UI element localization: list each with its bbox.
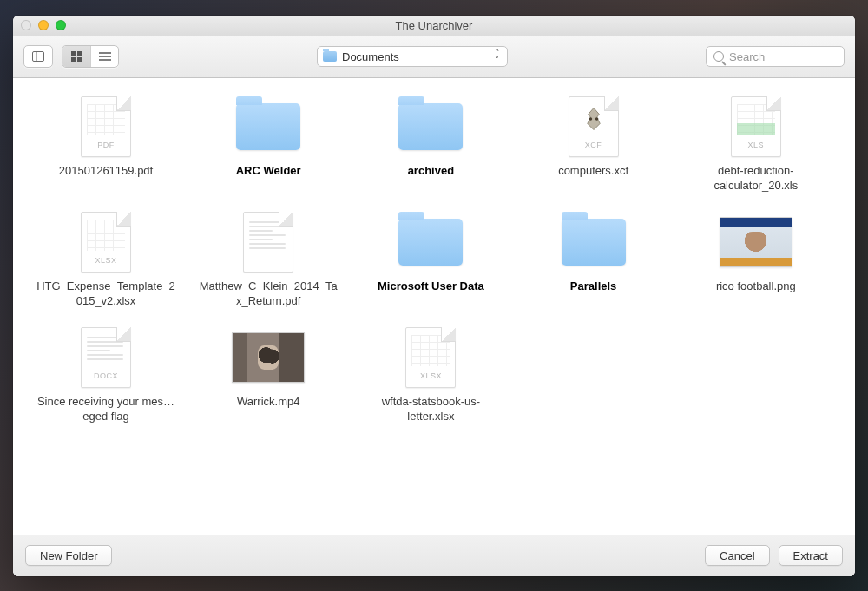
svg-rect-3 bbox=[77, 51, 82, 56]
save-panel: The Unarchiver bbox=[13, 16, 855, 576]
search-field[interactable]: Search bbox=[706, 46, 845, 67]
svg-point-9 bbox=[589, 117, 592, 121]
search-icon bbox=[713, 51, 724, 62]
extract-label: Extract bbox=[793, 549, 828, 562]
new-folder-label: New Folder bbox=[40, 549, 97, 562]
svg-rect-0 bbox=[33, 52, 44, 62]
folder-item[interactable]: Microsoft User Data bbox=[357, 211, 504, 309]
item-label: ARC Welder bbox=[236, 163, 301, 179]
svg-rect-5 bbox=[77, 57, 82, 62]
item-label: Microsoft User Data bbox=[378, 279, 484, 294]
item-icon-slot bbox=[394, 211, 467, 273]
item-label: Since receiving your mes…eged flag bbox=[36, 394, 175, 424]
item-icon-slot: DOCX bbox=[69, 326, 142, 389]
file-item[interactable]: XLSdebt-reduction-calculator_20.xls bbox=[682, 95, 830, 194]
file-item[interactable]: XLSXHTG_Expense_Template_2015_v2.xlsx bbox=[32, 211, 180, 309]
pdf-file-icon: PDF bbox=[81, 96, 131, 157]
item-label: debt-reduction-calculator_20.xls bbox=[687, 163, 825, 194]
item-label: Matthew_C_Klein_2014_Tax_Return.pdf bbox=[199, 279, 338, 309]
item-icon-slot bbox=[394, 95, 467, 158]
folder-icon bbox=[398, 103, 463, 150]
close-window-button[interactable] bbox=[21, 20, 31, 30]
folder-icon bbox=[398, 219, 463, 266]
list-icon bbox=[99, 52, 111, 61]
item-label: wftda-statsbook-us-letter.xlsx bbox=[361, 394, 500, 424]
xlsx-file-icon: XLSX bbox=[405, 327, 456, 388]
folder-item[interactable]: Parallels bbox=[520, 211, 667, 309]
svg-rect-2 bbox=[71, 51, 76, 56]
item-icon-slot: XLSX bbox=[394, 326, 467, 389]
svg-rect-4 bbox=[71, 57, 76, 62]
item-label: rico football.png bbox=[716, 279, 796, 294]
sidebar-icon bbox=[32, 51, 44, 62]
search-placeholder: Search bbox=[729, 50, 765, 63]
titlebar: The Unarchiver bbox=[13, 16, 855, 36]
folder-item[interactable]: ARC Welder bbox=[194, 95, 342, 194]
file-item[interactable]: XCFcomputers.xcf bbox=[520, 95, 667, 194]
minimize-window-button[interactable] bbox=[38, 20, 49, 30]
toolbar: Documents ˄˅ Search bbox=[13, 36, 855, 78]
list-view-button[interactable] bbox=[90, 46, 118, 67]
location-popup[interactable]: Documents ˄˅ bbox=[317, 46, 508, 67]
view-mode-group bbox=[62, 45, 119, 68]
xls-file-icon: XLS bbox=[731, 96, 781, 157]
file-item[interactable]: XLSXwftda-statsbook-us-letter.xlsx bbox=[357, 326, 504, 424]
docx-file-icon: DOCX bbox=[81, 327, 131, 388]
item-label: Parallels bbox=[570, 279, 617, 294]
folder-icon bbox=[236, 103, 300, 150]
image-thumbnail bbox=[720, 217, 792, 267]
location-label: Documents bbox=[342, 50, 399, 63]
grid-icon bbox=[71, 51, 82, 62]
item-icon-slot bbox=[232, 95, 305, 158]
xcf-file-icon: XCF bbox=[569, 96, 619, 157]
xlsx-file-icon: XLSX bbox=[81, 212, 131, 273]
item-icon-slot bbox=[557, 211, 630, 273]
file-item[interactable]: Matthew_C_Klein_2014_Tax_Return.pdf bbox=[194, 211, 342, 309]
folder-icon bbox=[562, 219, 626, 266]
file-item[interactable]: rico football.png bbox=[682, 211, 830, 309]
new-folder-button[interactable]: New Folder bbox=[25, 545, 112, 566]
cancel-button[interactable]: Cancel bbox=[705, 545, 769, 566]
item-icon-slot: XLS bbox=[720, 95, 792, 158]
file-item[interactable]: Warrick.mp4 bbox=[194, 326, 342, 424]
zoom-window-button[interactable] bbox=[56, 20, 66, 30]
file-browser[interactable]: PDF201501261159.pdfARC WelderarchivedXCF… bbox=[13, 78, 855, 535]
cancel-label: Cancel bbox=[720, 549, 754, 562]
item-label: archived bbox=[408, 163, 454, 179]
item-icon-slot: PDF bbox=[69, 95, 142, 158]
item-label: Warrick.mp4 bbox=[237, 394, 299, 410]
item-label: HTG_Expense_Template_2015_v2.xlsx bbox=[36, 279, 175, 309]
file-item[interactable]: PDF201501261159.pdf bbox=[32, 95, 180, 194]
video-thumbnail bbox=[232, 332, 305, 383]
item-icon-slot bbox=[232, 211, 305, 273]
extract-button[interactable]: Extract bbox=[779, 545, 843, 566]
item-label: 201501261159.pdf bbox=[59, 163, 153, 179]
file-item[interactable]: DOCXSince receiving your mes…eged flag bbox=[32, 326, 180, 424]
folder-icon bbox=[323, 51, 337, 62]
item-label: computers.xcf bbox=[558, 163, 628, 179]
toggle-sidebar-button[interactable] bbox=[24, 46, 52, 67]
item-icon-slot bbox=[720, 211, 792, 273]
item-icon-slot bbox=[232, 326, 305, 389]
chevron-updown-icon: ˄˅ bbox=[495, 49, 500, 63]
footer: New Folder Cancel Extract bbox=[13, 535, 855, 576]
folder-item[interactable]: archived bbox=[357, 95, 504, 194]
svg-point-10 bbox=[595, 117, 598, 121]
window-title: The Unarchiver bbox=[13, 19, 855, 32]
item-icon-slot: XCF bbox=[557, 95, 630, 158]
icon-view-button[interactable] bbox=[62, 46, 90, 67]
pdf-file-icon bbox=[243, 212, 293, 273]
sidebar-toggle-group bbox=[23, 45, 53, 68]
item-icon-slot: XLSX bbox=[69, 211, 142, 273]
window-controls bbox=[13, 20, 66, 30]
